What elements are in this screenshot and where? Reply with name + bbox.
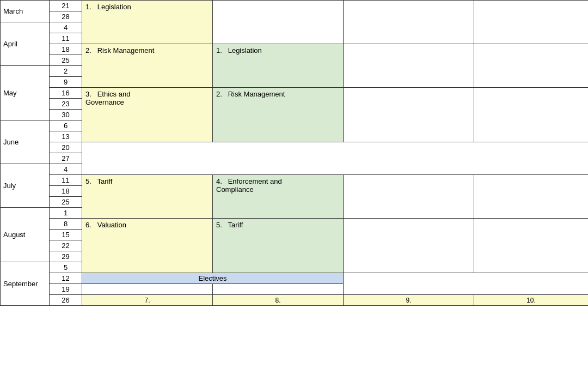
track4-empty-5: [474, 175, 589, 219]
track2-topic-2: 2. Risk Management: [213, 88, 344, 142]
date-cell: 25: [50, 197, 82, 208]
date-cell: 12: [50, 273, 82, 284]
table-row: 19: [1, 284, 589, 295]
date-cell: 2: [50, 66, 82, 77]
month-may: May: [1, 66, 50, 120]
date-cell: 20: [50, 142, 82, 153]
date-cell: 18: [50, 186, 82, 197]
page-container: March 21 1. Legislation 28 April 4 11 18…: [0, 0, 588, 368]
date-cell: 1: [50, 208, 82, 219]
schedule-table: March 21 1. Legislation 28 April 4 11 18…: [0, 0, 588, 306]
track2-topic-1: 1. Legislation: [213, 44, 344, 88]
table-row: 12 Electives: [1, 273, 589, 284]
month-march: March: [1, 1, 50, 22]
elective-7: 7.: [82, 295, 213, 306]
elective-9: 9.: [344, 295, 474, 306]
month-august: August: [1, 208, 50, 262]
track2-topic-4: 4. Enforcement andCompliance: [213, 175, 344, 219]
date-cell: 11: [50, 33, 82, 44]
date-cell: 28: [50, 11, 82, 22]
track2-empty-1: [213, 1, 344, 44]
track1-topic-3: 3. Ethics andGovernance: [82, 88, 213, 142]
track1-topic-6: 6. Valuation: [82, 219, 213, 273]
date-cell: 4: [50, 22, 82, 33]
date-cell: 4: [50, 164, 82, 175]
date-cell: 5: [50, 262, 82, 273]
date-cell: 21: [50, 1, 82, 11]
track4-empty-6: [474, 219, 589, 273]
track2-topic-5: 5. Tariff: [213, 219, 344, 273]
month-june: June: [1, 120, 50, 164]
track4-empty-2: [474, 44, 589, 88]
month-july: July: [1, 164, 50, 208]
elective-8: 8.: [213, 295, 344, 306]
date-cell: 23: [50, 99, 82, 110]
table-row: July 4: [1, 164, 589, 175]
track1-empty-sep: [82, 284, 213, 295]
track3-empty-5: [344, 175, 474, 219]
track3-empty-6: [344, 219, 474, 273]
date-cell: 8: [50, 219, 82, 230]
track1-topic-1: 1. Legislation: [82, 1, 213, 44]
date-cell: 27: [50, 153, 82, 164]
date-cell: 6: [50, 120, 82, 131]
track4-empty-1: [474, 1, 589, 44]
date-cell: 18: [50, 44, 82, 55]
date-cell: 26: [50, 295, 82, 306]
electives-cell: Electives: [82, 273, 344, 284]
table-row: 8 6. Valuation 5. Tariff: [1, 219, 589, 230]
date-cell: 22: [50, 240, 82, 251]
date-cell: 15: [50, 230, 82, 240]
table-row: 20: [1, 142, 589, 153]
date-cell: 16: [50, 88, 82, 99]
elective-10: 10.: [474, 295, 589, 306]
track1-topic-5: 5. Tariff: [82, 175, 213, 219]
date-cell: 9: [50, 77, 82, 88]
track2-empty-sep: [213, 284, 344, 295]
track3-empty-1: [344, 1, 474, 44]
table-row: 18 2. Risk Management 1. Legislation: [1, 44, 589, 55]
track3-empty-2: [344, 44, 474, 88]
table-row: 16 3. Ethics andGovernance 2. Risk Manag…: [1, 88, 589, 99]
track3-empty-3: [344, 88, 474, 142]
table-row: 11 5. Tariff 4. Enforcement andComplianc…: [1, 175, 589, 186]
date-cell: 19: [50, 284, 82, 295]
table-row: 26 7. 8. 9. 10. 11.: [1, 295, 589, 306]
date-cell: 11: [50, 175, 82, 186]
table-row: March 21 1. Legislation: [1, 1, 589, 11]
date-cell: 25: [50, 55, 82, 66]
table-row: 27: [1, 153, 589, 164]
month-september: September: [1, 262, 50, 306]
date-cell: 13: [50, 131, 82, 142]
date-cell: 30: [50, 110, 82, 120]
month-april: April: [1, 22, 50, 66]
track4-empty-3: [474, 88, 589, 142]
date-cell: 29: [50, 251, 82, 262]
track1-topic-2: 2. Risk Management: [82, 44, 213, 88]
